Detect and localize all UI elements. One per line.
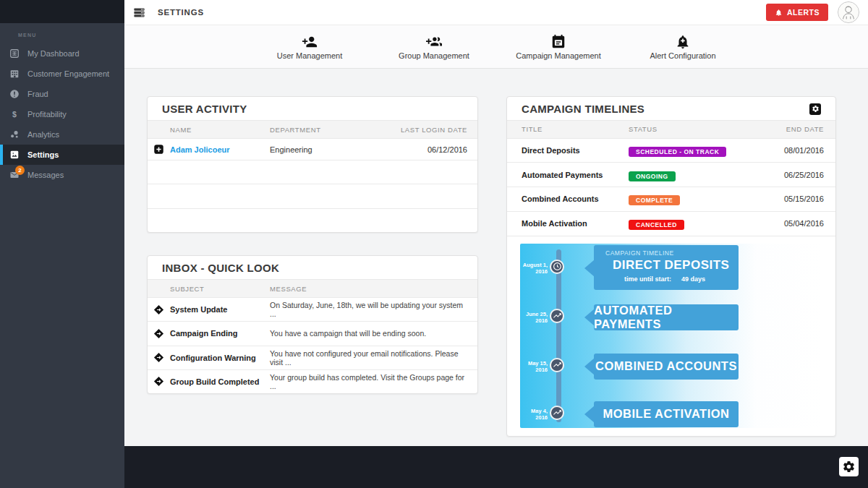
- bubble-chart-icon: [9, 129, 20, 140]
- alerts-button[interactable]: ALERTS: [766, 4, 828, 21]
- sidebar-item-label: My Dashboard: [27, 49, 80, 58]
- app-window: MENU My Dashboard Customer Engagement Fr…: [0, 0, 868, 488]
- inbox-row[interactable]: Campaign Ending You have a campaign that…: [148, 322, 477, 346]
- trending-up-icon: [553, 360, 562, 369]
- user-name-link[interactable]: Adam Jolicoeur: [170, 145, 270, 154]
- inbox-message: Your group build has completed. Visit th…: [270, 373, 467, 390]
- topbar: SETTINGS ALERTS: [124, 0, 868, 25]
- bell-icon: [775, 9, 783, 17]
- add-box-icon: [153, 144, 164, 155]
- sidebar-item-fraud[interactable]: Fraud: [0, 84, 124, 104]
- timeline-date: August 1, 2016: [520, 262, 548, 275]
- sidebar-item-messages[interactable]: 2 Messages: [0, 165, 124, 185]
- alert-circle-icon: [9, 89, 20, 99]
- sidebar-item-label: Profitability: [27, 110, 67, 119]
- subnav-item-user-management[interactable]: User Management: [266, 34, 353, 60]
- inbox-title: INBOX - QUICK LOOK: [162, 262, 279, 274]
- photo-icon: [9, 150, 20, 160]
- campaign-row[interactable]: Mobile Activation CANCELLED 05/04/2016: [507, 212, 835, 236]
- inbox-row[interactable]: System Update On Saturday, June, 18th, w…: [148, 298, 477, 322]
- campaign-row[interactable]: Direct Deposits SCHEDULED - ON TRACK 08/…: [507, 139, 835, 163]
- settings-gear-button[interactable]: [839, 457, 859, 476]
- timeline-date: May 4, 2016: [520, 408, 548, 421]
- subnav-item-label: Campaign Management: [516, 51, 600, 60]
- timeline-callout-title: COMBINED ACCOUNTS: [594, 354, 739, 380]
- gear-icon[interactable]: [809, 103, 821, 115]
- status-badge: COMPLETE: [629, 195, 680, 205]
- timeline-node: [550, 406, 564, 420]
- status-badge: SCHEDULED - ON TRACK: [629, 147, 726, 157]
- column-header-message: MESSAGE: [270, 285, 386, 293]
- user-department: Engineering: [270, 145, 386, 154]
- campaign-end-date: 05/04/2016: [754, 219, 824, 228]
- timeline-node: [550, 358, 564, 372]
- dollar-icon: $: [9, 109, 20, 119]
- campaign-title: Direct Deposits: [522, 146, 629, 155]
- timeline-callout: COMBINED ACCOUNTS: [594, 354, 739, 380]
- messages-unread-badge: 2: [15, 166, 25, 175]
- person-add-icon: [302, 34, 318, 50]
- avatar[interactable]: [838, 1, 859, 23]
- bell-add-icon: [675, 34, 691, 50]
- dashboard-icon: [9, 48, 20, 59]
- inbox-subject: Group Build Completed: [170, 377, 270, 386]
- campaign-row[interactable]: Automated Payments ONGOING 06/25/2016: [507, 163, 835, 187]
- subnav-item-label: Alert Configuration: [650, 51, 715, 60]
- inbox-subject: System Update: [170, 305, 270, 314]
- user-activity-title: USER ACTIVITY: [162, 103, 247, 115]
- timeline-axis: [556, 249, 561, 423]
- sidebar-item-customer-engagement[interactable]: Customer Engagement: [0, 64, 124, 84]
- timeline-callout-sublabel: time until start:: [624, 275, 671, 283]
- main-content: USER ACTIVITY NAME DEPARTMENT LAST LOGIN…: [124, 69, 868, 446]
- timeline-callout: MOBILE ACTIVATION: [594, 401, 739, 427]
- timeline-node: [550, 260, 564, 274]
- timeline-callout-kicker: CAMPAIGN TIMELINE: [605, 249, 731, 257]
- trending-up-icon: [553, 311, 562, 320]
- column-header-department: DEPARTMENT: [270, 126, 386, 134]
- subnav-item-label: User Management: [277, 51, 343, 60]
- status-badge: CANCELLED: [629, 220, 684, 230]
- campaign-title: Mobile Activation: [522, 219, 629, 228]
- sidebar-top-strip: [0, 0, 124, 23]
- sidebar-item-my-dashboard[interactable]: My Dashboard: [0, 43, 124, 64]
- subnav-item-campaign-management[interactable]: Campaign Management: [515, 34, 602, 60]
- sidebar-item-settings[interactable]: Settings: [0, 145, 124, 165]
- campaign-end-date: 05/15/2016: [754, 194, 824, 203]
- svg-text:$: $: [12, 110, 17, 119]
- sidebar-item-label: Customer Engagement: [27, 69, 109, 78]
- sidebar-item-analytics[interactable]: Analytics: [0, 124, 124, 145]
- campaign-timelines-title: CAMPAIGN TIMELINES: [522, 103, 644, 115]
- column-header-title: TITLE: [522, 125, 629, 133]
- inbox-row[interactable]: Configuration Warning You have not confi…: [148, 346, 477, 370]
- inbox-panel: INBOX - QUICK LOOK SUBJECT MESSAGE Syste…: [147, 255, 478, 394]
- status-badge: ONGOING: [629, 171, 676, 181]
- inbox-subject: Configuration Warning: [170, 354, 270, 362]
- sidebar-item-label: Settings: [27, 150, 59, 159]
- sidebar-item-label: Analytics: [27, 130, 59, 139]
- inbox-row[interactable]: Group Build Completed Your group build h…: [148, 370, 477, 393]
- timeline-callout-title: MOBILE ACTIVATION: [594, 401, 739, 427]
- column-header-subject: SUBJECT: [170, 285, 270, 293]
- table-row[interactable]: Adam Jolicoeur Engineering 06/12/2016: [148, 139, 477, 160]
- directions-icon: [153, 352, 164, 363]
- timeline-date: June 25, 2016: [520, 311, 548, 324]
- column-header-end-date: END DATE: [754, 125, 824, 133]
- table-row-empty: [148, 209, 477, 232]
- subnav-item-group-management[interactable]: Group Management: [391, 34, 477, 60]
- sidebar-item-label: Fraud: [27, 90, 48, 98]
- campaign-row[interactable]: Combined Accounts COMPLETE 05/15/2016: [507, 187, 835, 212]
- directions-icon: [153, 376, 164, 387]
- subnav-item-alert-configuration[interactable]: Alert Configuration: [639, 34, 726, 60]
- envelope-icon: 2: [9, 170, 20, 180]
- inbox-message: On Saturday, June, 18th, we will be upda…: [270, 301, 467, 318]
- timeline-callout: CAMPAIGN TIMELINE DIRECT DEPOSITS time u…: [594, 245, 739, 290]
- sidebar-item-profitability[interactable]: $ Profitability: [0, 104, 124, 124]
- timeline-node: [550, 309, 564, 323]
- subnav-item-label: Group Management: [399, 51, 469, 60]
- subnav: User Management Group Management Campaig…: [124, 25, 868, 69]
- campaign-title: Combined Accounts: [522, 194, 629, 203]
- alerts-button-label: ALERTS: [787, 8, 820, 17]
- user-last-login: 06/12/2016: [386, 145, 467, 154]
- table-row-empty: [148, 184, 477, 208]
- settings-stack-icon: [133, 7, 145, 19]
